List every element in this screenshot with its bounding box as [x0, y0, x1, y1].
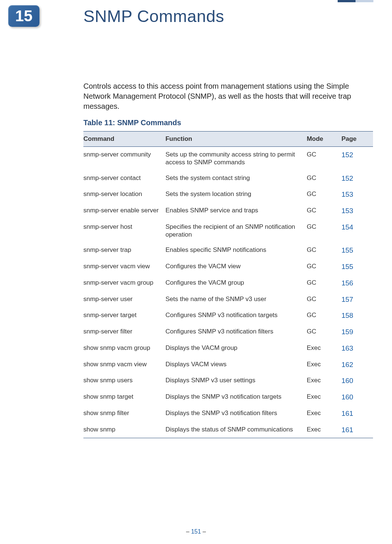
cell-page: 161 [341, 422, 373, 438]
cell-page: 157 [341, 291, 373, 308]
page-link[interactable]: 153 [341, 190, 353, 198]
page-link[interactable]: 163 [341, 344, 353, 352]
page-link[interactable]: 155 [341, 246, 353, 254]
cell-mode: GC [307, 259, 341, 275]
table-row: show snmp vacm viewDisplays VACM viewsEx… [83, 357, 373, 373]
cell-command: show snmp vacm group [83, 340, 165, 357]
cell-function: Displays the SNMP v3 notification target… [165, 389, 306, 405]
cell-page: 162 [341, 357, 373, 373]
cell-page: 152 [341, 170, 373, 187]
page-link[interactable]: 152 [341, 151, 353, 159]
footer-dash-right: – [201, 528, 206, 535]
cell-command: snmp-server target [83, 307, 165, 324]
page-link[interactable]: 157 [341, 295, 353, 303]
cell-page: 163 [341, 340, 373, 357]
cell-command: show snmp vacm view [83, 357, 165, 373]
table-row: show snmp filterDisplays the SNMP v3 not… [83, 405, 373, 422]
table-row: snmp-server enable serverEnables SNMP se… [83, 203, 373, 219]
page-link[interactable]: 161 [341, 409, 353, 417]
cell-page: 160 [341, 389, 373, 405]
cell-page: 155 [341, 242, 373, 259]
cell-page: 160 [341, 373, 373, 389]
table-row: snmp-server vacm groupConfigures the VAC… [83, 275, 373, 291]
page-link[interactable]: 161 [341, 426, 353, 434]
table-row: snmp-server targetConfigures SNMP v3 not… [83, 307, 373, 324]
cell-function: Sets the system contact string [165, 170, 306, 187]
cell-mode: GC [307, 324, 341, 340]
cell-command: show snmp filter [83, 405, 165, 422]
cell-function: Specifies the recipient of an SNMP notif… [165, 219, 306, 243]
cell-function: Configures the VACM view [165, 259, 306, 275]
cell-command: snmp-server filter [83, 324, 165, 340]
table-header-row: Command Function Mode Page [83, 132, 373, 147]
cell-command: snmp-server user [83, 291, 165, 308]
cell-mode: GC [307, 291, 341, 308]
cell-mode: GC [307, 186, 341, 203]
cell-command: show snmp users [83, 373, 165, 389]
table-row: show snmp vacm groupDisplays the VACM gr… [83, 340, 373, 357]
cell-page: 156 [341, 275, 373, 291]
cell-mode: Exec [307, 405, 341, 422]
table-row: snmp-server contactSets the system conta… [83, 170, 373, 187]
header-accent-light [356, 0, 373, 2]
cell-function: Configures SNMP v3 notification filters [165, 324, 306, 340]
page-link[interactable]: 156 [341, 279, 353, 287]
snmp-commands-table: Command Function Mode Page snmp-server c… [83, 131, 373, 438]
cell-mode: Exec [307, 422, 341, 438]
chapter-title: SNMP Commands [83, 7, 224, 26]
page-link[interactable]: 154 [341, 223, 353, 231]
cell-mode: GC [307, 147, 341, 170]
table-caption: Table 11: SNMP Commands [83, 118, 181, 127]
header-page: Page [341, 132, 373, 147]
cell-function: Displays the VACM group [165, 340, 306, 357]
cell-command: snmp-server contact [83, 170, 165, 187]
page-footer: – 151 – [0, 528, 392, 535]
cell-function: Sets the name of the SNMP v3 user [165, 291, 306, 308]
cell-page: 159 [341, 324, 373, 340]
cell-page: 152 [341, 147, 373, 170]
page-link[interactable]: 162 [341, 361, 353, 369]
page-link[interactable]: 160 [341, 393, 353, 401]
page-link[interactable]: 155 [341, 263, 353, 271]
table-row: snmp-server locationSets the system loca… [83, 186, 373, 203]
cell-command: snmp-server enable server [83, 203, 165, 219]
cell-command: snmp-server vacm view [83, 259, 165, 275]
table-row: snmp-server trapEnables specific SNMP no… [83, 242, 373, 259]
cell-page: 154 [341, 219, 373, 243]
cell-mode: GC [307, 170, 341, 187]
cell-mode: GC [307, 275, 341, 291]
cell-command: snmp-server community [83, 147, 165, 170]
chapter-number-badge: 15 [8, 5, 39, 27]
page-link[interactable]: 153 [341, 207, 353, 215]
header-function: Function [165, 132, 306, 147]
cell-function: Configures the VACM group [165, 275, 306, 291]
cell-mode: Exec [307, 340, 341, 357]
cell-function: Configures SNMP v3 notification targets [165, 307, 306, 324]
cell-function: Displays the status of SNMP communicatio… [165, 422, 306, 438]
intro-paragraph: Controls access to this access point fro… [83, 81, 373, 111]
cell-mode: Exec [307, 389, 341, 405]
page-link[interactable]: 158 [341, 311, 353, 319]
cell-command: snmp-server trap [83, 242, 165, 259]
cell-command: snmp-server vacm group [83, 275, 165, 291]
chapter-number: 15 [15, 7, 33, 25]
table-row: snmp-server filterConfigures SNMP v3 not… [83, 324, 373, 340]
cell-command: show snmp target [83, 389, 165, 405]
cell-command: show snmp [83, 422, 165, 438]
page-link[interactable]: 160 [341, 377, 353, 385]
cell-function: Sets the system location string [165, 186, 306, 203]
cell-page: 153 [341, 186, 373, 203]
cell-function: Displays SNMP v3 user settings [165, 373, 306, 389]
page-link[interactable]: 159 [341, 328, 353, 336]
table-row: show snmp targetDisplays the SNMP v3 not… [83, 389, 373, 405]
header-mode: Mode [307, 132, 341, 147]
cell-command: snmp-server host [83, 219, 165, 243]
header-accent-dark [338, 0, 356, 2]
cell-mode: GC [307, 307, 341, 324]
table-row: snmp-server vacm viewConfigures the VACM… [83, 259, 373, 275]
page-link[interactable]: 152 [341, 174, 353, 182]
cell-function: Displays VACM views [165, 357, 306, 373]
cell-mode: GC [307, 219, 341, 243]
cell-function: Enables specific SNMP notifications [165, 242, 306, 259]
cell-mode: Exec [307, 357, 341, 373]
